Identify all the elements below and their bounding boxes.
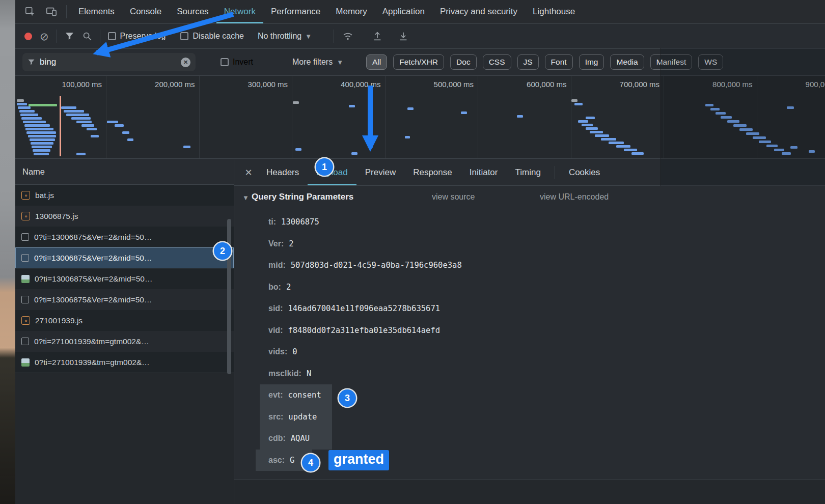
device-toolbar-icon[interactable] <box>41 0 62 23</box>
waterfall-bar <box>609 142 624 144</box>
filter-input-box[interactable]: ✕ <box>22 53 196 71</box>
script-file-icon <box>21 212 30 220</box>
waterfall-bar <box>30 138 55 141</box>
invert-checkbox[interactable] <box>221 58 229 66</box>
ruler-gridline <box>106 76 106 158</box>
network-overview-timeline[interactable]: 100,000 ms200,000 ms300,000 ms400,000 ms… <box>15 76 825 159</box>
request-row[interactable]: 0?ti=271001939&tm=gtm002&… <box>15 352 234 373</box>
request-row[interactable]: 271001939.js <box>15 310 234 331</box>
chip-ws[interactable]: WS <box>698 54 723 70</box>
filter-text-input[interactable] <box>40 57 176 67</box>
tab-application[interactable]: Application <box>375 0 432 23</box>
ruler-gridline <box>199 76 200 158</box>
request-row[interactable]: 0?ti=13006875&Ver=2&mid=50… <box>15 227 234 247</box>
tab-privacy-security[interactable]: Privacy and security <box>432 0 525 23</box>
tab-timing[interactable]: Timing <box>506 159 549 185</box>
preserve-log-checkbox[interactable] <box>108 32 116 40</box>
clear-log-icon[interactable]: ⊘ <box>40 31 49 42</box>
devtools-window: Elements Console Sources Network Perform… <box>15 0 825 504</box>
waterfall-bar <box>759 141 771 143</box>
waterfall-bar <box>29 104 57 106</box>
preserve-log-toggle[interactable]: Preserve log <box>108 32 166 41</box>
clear-filter-icon[interactable]: ✕ <box>181 58 190 67</box>
param-value: update <box>288 412 317 422</box>
param-key: mid <box>268 261 286 270</box>
waterfall-bar <box>586 117 595 119</box>
tab-preview[interactable]: Preview <box>356 159 404 185</box>
tab-network[interactable]: Network <box>216 0 263 23</box>
scrollbar-thumb[interactable] <box>227 219 231 374</box>
record-button[interactable] <box>24 33 32 40</box>
throttling-select[interactable]: No throttling ▼ <box>258 32 312 41</box>
param-value: f8480dd0f2a311efba01e35db614aefd <box>288 326 440 335</box>
chip-doc[interactable]: Doc <box>450 54 477 70</box>
chip-img[interactable]: Img <box>579 54 604 70</box>
tab-memory[interactable]: Memory <box>328 0 374 23</box>
tab-payload[interactable]: Payload <box>308 159 356 185</box>
waterfall-bar <box>66 114 89 116</box>
export-har-icon[interactable] <box>398 31 409 42</box>
filter-toggle-icon[interactable] <box>65 32 74 41</box>
waterfall-bar <box>20 114 38 116</box>
tab-performance[interactable]: Performance <box>263 0 328 23</box>
tab-elements[interactable]: Elements <box>71 0 122 23</box>
screenshot-root: Elements Console Sources Network Perform… <box>0 0 825 504</box>
disable-cache-checkbox[interactable] <box>180 32 188 40</box>
import-har-icon[interactable] <box>372 31 383 42</box>
request-row[interactable]: 0?ti=271001939&tm=gtm002&… <box>15 331 234 352</box>
view-source-link[interactable]: view source <box>432 192 475 202</box>
param-key: sid <box>268 304 283 313</box>
waterfall-bar <box>407 107 414 110</box>
tab-headers[interactable]: Headers <box>258 159 308 185</box>
tab-response[interactable]: Response <box>404 159 461 185</box>
request-row[interactable]: 0?ti=13006875&Ver=2&mid=50… <box>15 289 234 310</box>
network-toolbar: ⊘ Preserve log Disable cache No throttli… <box>15 24 825 49</box>
param-row: mid507d803d-d021-4c59-a0ba-7196c960e3a8 <box>234 255 825 276</box>
request-row[interactable]: 13006875.js <box>15 206 234 227</box>
tab-lighthouse[interactable]: Lighthouse <box>525 0 583 23</box>
inspect-element-icon[interactable] <box>19 0 41 23</box>
chevron-down-icon: ▼ <box>305 33 312 40</box>
waterfall-bar <box>107 121 118 123</box>
network-conditions-icon[interactable] <box>342 31 354 42</box>
request-row[interactable]: bat.js <box>15 185 234 206</box>
more-filters-dropdown[interactable]: More filters ▼ <box>292 58 343 67</box>
request-name: 0?ti=13006875&Ver=2&mid=50… <box>34 254 152 263</box>
waterfall-bar <box>349 105 355 107</box>
waterfall-bar <box>19 110 35 113</box>
param-row: bo2 <box>234 276 825 298</box>
param-key: vids <box>268 347 287 356</box>
param-row: ti13006875 <box>234 211 825 233</box>
param-value: 2 <box>286 283 291 292</box>
tab-cookies[interactable]: Cookies <box>560 159 609 185</box>
request-row[interactable]: 0?ti=13006875&Ver=2&mid=50… <box>15 268 234 289</box>
chip-font[interactable]: Font <box>545 54 573 70</box>
waterfall-bar <box>18 106 31 109</box>
chip-media[interactable]: Media <box>610 54 644 70</box>
chip-js[interactable]: JS <box>517 54 539 70</box>
payload-bottom-divider <box>234 480 825 504</box>
close-icon[interactable]: ✕ <box>239 167 258 178</box>
section-title[interactable]: Query String Parameters <box>252 192 353 202</box>
waterfall-bar <box>590 131 603 133</box>
view-url-encoded-link[interactable]: view URL-encoded <box>540 192 609 202</box>
chip-all[interactable]: All <box>366 54 387 70</box>
ruler-gridline <box>664 76 664 158</box>
param-row: msclkidN <box>234 363 825 385</box>
search-icon[interactable] <box>82 31 92 41</box>
name-column-header[interactable]: Name <box>15 159 234 185</box>
invert-toggle[interactable]: Invert <box>221 58 253 67</box>
param-key: src <box>268 412 283 422</box>
chip-manifest[interactable]: Manifest <box>650 54 693 70</box>
request-row-selected[interactable]: 0?ti=13006875&Ver=2&mid=50… <box>15 247 234 268</box>
tab-console[interactable]: Console <box>122 0 169 23</box>
waterfall-bar <box>17 103 27 105</box>
tab-sources[interactable]: Sources <box>169 0 216 23</box>
chip-css[interactable]: CSS <box>483 54 511 70</box>
param-value: 13006875 <box>281 217 319 227</box>
tab-initiator[interactable]: Initiator <box>461 159 507 185</box>
chip-fetch-xhr[interactable]: Fetch/XHR <box>393 54 444 70</box>
waterfall-bar <box>115 124 124 127</box>
disclosure-triangle-icon[interactable]: ▼ <box>242 194 249 202</box>
disable-cache-toggle[interactable]: Disable cache <box>180 32 244 41</box>
